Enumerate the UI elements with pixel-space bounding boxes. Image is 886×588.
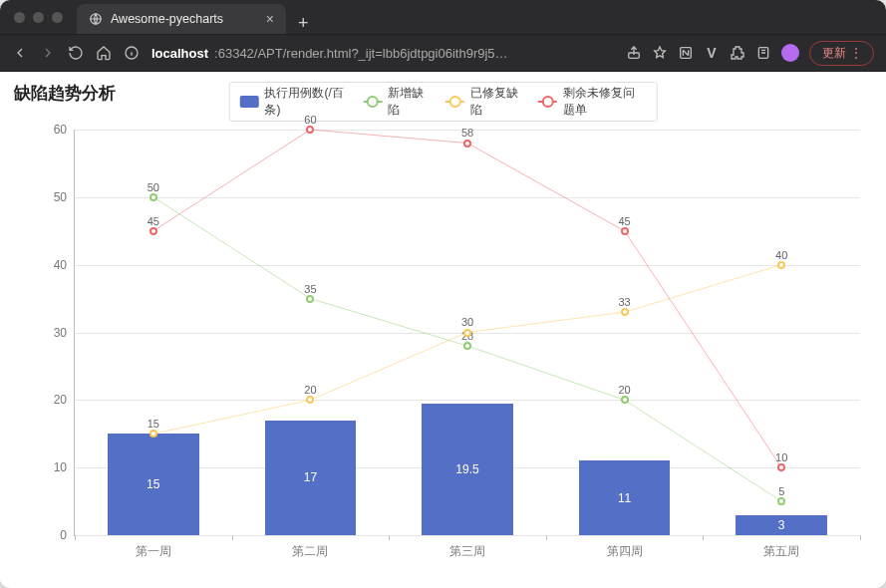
x-tick: 第五周	[763, 535, 799, 560]
address-bar: localhost :63342/APT/render.html?_ijt=lb…	[0, 34, 886, 72]
window-controls	[8, 0, 77, 34]
share-icon[interactable]	[626, 45, 642, 61]
update-label: 更新	[822, 45, 846, 62]
globe-icon	[89, 12, 103, 26]
legend-item-line2[interactable]: 已修复缺陷	[445, 85, 522, 119]
data-point[interactable]	[306, 295, 314, 303]
bookmark-list-icon[interactable]	[755, 45, 771, 61]
legend-label: 新增缺陷	[388, 85, 430, 119]
x-axis-mark	[75, 535, 76, 540]
toolbar-right: V 更新 ⋮	[626, 41, 874, 66]
point-label: 33	[618, 296, 630, 308]
browser-chrome: Awesome-pyecharts × + localhost :63342/A…	[0, 0, 886, 72]
back-icon[interactable]	[12, 45, 28, 61]
point-label: 58	[461, 127, 473, 139]
point-label: 15	[148, 418, 159, 430]
legend-item-bar[interactable]: 执行用例数(/百条)	[239, 85, 347, 119]
bar-swatch	[239, 96, 258, 108]
avatar[interactable]	[781, 44, 799, 62]
y-tick: 20	[54, 393, 75, 407]
x-axis-mark	[232, 535, 233, 540]
chart-title: 缺陷趋势分析	[14, 82, 116, 105]
x-tick: 第一周	[136, 535, 171, 560]
site-info-icon[interactable]	[124, 45, 140, 61]
legend-item-line3[interactable]: 剩余未修复问题单	[538, 85, 647, 119]
tab-awesome-pyecharts[interactable]: Awesome-pyecharts ×	[77, 4, 286, 34]
home-icon[interactable]	[96, 45, 112, 61]
point-label: 5	[778, 485, 784, 497]
update-button[interactable]: 更新 ⋮	[809, 41, 874, 66]
series-line	[153, 130, 781, 467]
y-tick: 30	[54, 326, 75, 340]
kebab-icon: ⋮	[850, 46, 861, 60]
y-tick: 10	[54, 460, 75, 474]
point-label: 20	[304, 384, 316, 396]
data-point[interactable]	[463, 140, 471, 147]
x-tick: 第二周	[292, 535, 328, 560]
data-point[interactable]	[463, 342, 471, 350]
line-swatch	[538, 96, 557, 108]
notion-icon[interactable]	[678, 45, 694, 61]
point-label: 45	[618, 215, 630, 227]
x-tick: 第四周	[607, 535, 643, 560]
data-point[interactable]	[463, 329, 471, 337]
y-tick: 60	[54, 123, 75, 137]
data-point[interactable]	[621, 308, 629, 316]
extensions-icon[interactable]	[730, 45, 745, 61]
point-label: 40	[775, 249, 787, 261]
url-rest: :63342/APT/render.html?_ijt=lbb6jdtpgi06…	[214, 46, 508, 61]
point-label: 35	[304, 283, 316, 295]
minimize-window-dot[interactable]	[33, 12, 44, 23]
data-point[interactable]	[777, 261, 785, 269]
data-point[interactable]	[777, 497, 785, 505]
chart: 缺陷趋势分析 执行用例数(/百条) 新增缺陷 已修复缺陷 剩余未修复问题单	[14, 82, 872, 574]
tab-strip: Awesome-pyecharts × +	[0, 0, 886, 34]
y-tick: 40	[54, 258, 75, 272]
point-label: 45	[148, 215, 159, 227]
point-label: 50	[148, 181, 159, 193]
data-point[interactable]	[306, 396, 314, 404]
new-tab-button[interactable]: +	[292, 13, 315, 34]
data-point[interactable]	[149, 193, 157, 201]
point-label: 30	[461, 316, 473, 328]
legend-label: 已修复缺陷	[470, 85, 522, 119]
page: 缺陷趋势分析 执行用例数(/百条) 新增缺陷 已修复缺陷 剩余未修复问题单	[0, 72, 886, 588]
point-label: 20	[618, 384, 630, 396]
data-point[interactable]	[149, 227, 157, 235]
x-axis-mark	[546, 535, 547, 540]
zoom-window-dot[interactable]	[52, 12, 63, 23]
reload-icon[interactable]	[68, 45, 84, 61]
line-swatch	[363, 96, 382, 108]
plot-area: 0102030405060第一周第二周第三周第四周第五周151719.51135…	[74, 130, 860, 536]
x-tick: 第三周	[449, 535, 485, 560]
star-icon[interactable]	[652, 45, 668, 61]
point-label: 10	[775, 451, 787, 463]
line-swatch	[445, 96, 464, 108]
y-tick: 50	[54, 190, 75, 204]
data-point[interactable]	[306, 126, 314, 134]
close-window-dot[interactable]	[14, 12, 25, 23]
tab-title: Awesome-pyecharts	[111, 12, 223, 26]
url-field[interactable]: localhost :63342/APT/render.html?_ijt=lb…	[151, 46, 614, 61]
legend: 执行用例数(/百条) 新增缺陷 已修复缺陷 剩余未修复问题单	[228, 82, 658, 122]
legend-label: 剩余未修复问题单	[563, 85, 647, 119]
data-point[interactable]	[149, 430, 157, 438]
url-host: localhost	[151, 46, 208, 61]
v-icon[interactable]: V	[704, 45, 720, 61]
data-point[interactable]	[621, 396, 629, 404]
data-point[interactable]	[777, 463, 785, 471]
x-axis-mark	[389, 535, 390, 540]
point-label: 60	[304, 114, 316, 126]
y-tick: 0	[60, 528, 75, 542]
data-point[interactable]	[621, 227, 629, 235]
legend-item-line1[interactable]: 新增缺陷	[363, 85, 430, 119]
close-tab-icon[interactable]: ×	[266, 12, 274, 26]
forward-icon[interactable]	[40, 45, 56, 61]
x-axis-mark	[703, 535, 704, 540]
x-axis-mark	[860, 535, 861, 540]
browser-window: Awesome-pyecharts × + localhost :63342/A…	[0, 0, 886, 588]
